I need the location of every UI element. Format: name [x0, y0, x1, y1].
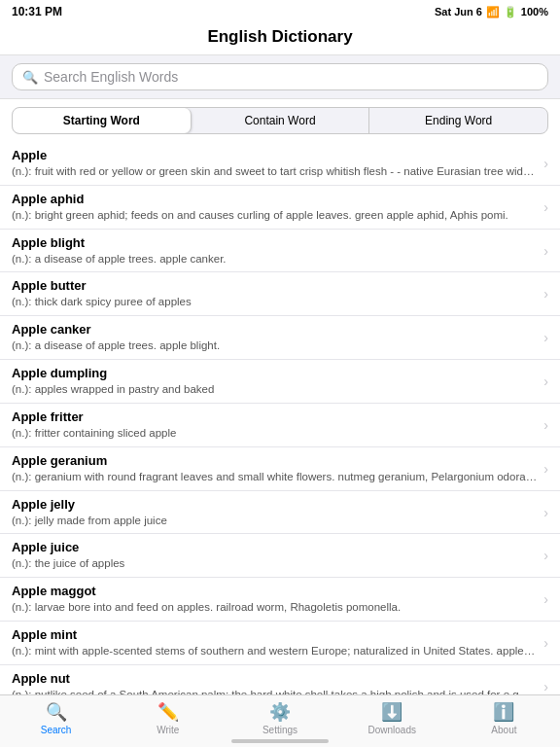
tab-about[interactable]: ℹ️ About [448, 701, 560, 735]
word-list-item[interactable]: Apple canker(n.): a disease of apple tre… [0, 316, 560, 360]
word-title: Apple jelly [12, 497, 538, 514]
word-list: Apple(n.): fruit with red or yellow or g… [0, 142, 560, 747]
settings-tab-icon: ⚙️ [269, 701, 291, 723]
word-list-item[interactable]: Apple blight(n.): a disease of apple tre… [0, 230, 560, 273]
word-title: Apple maggot [12, 584, 538, 600]
word-content: Apple fritter(n.): fritter containing sl… [12, 409, 538, 441]
tab-settings[interactable]: ⚙️ Settings [224, 701, 335, 735]
word-title: Apple aphid [12, 192, 538, 208]
chevron-right-icon: › [543, 591, 548, 607]
status-bar: 10:31 PM Sat Jun 6 📶 🔋 100% [0, 0, 560, 21]
search-icon: 🔍 [22, 70, 38, 85]
segment-starting-word[interactable]: Starting Word [13, 108, 192, 133]
word-content: Apple geranium(n.): geranium with round … [12, 453, 538, 484]
word-list-item[interactable]: Apple mint(n.): mint with apple-scented … [0, 622, 560, 665]
word-content: Apple mint(n.): mint with apple-scented … [12, 627, 538, 658]
word-list-item[interactable]: Apple fritter(n.): fritter containing sl… [0, 404, 560, 447]
tab-search[interactable]: 🔍 Search [0, 701, 112, 735]
downloads-tab-label: Downloads [368, 725, 415, 735]
word-title: Apple butter [12, 278, 538, 295]
word-content: Apple dumpling(n.): apples wrapped in pa… [12, 366, 538, 397]
segment-control: Starting Word Contain Word Ending Word [12, 107, 548, 134]
word-definition: (n.): jelly made from apple juice [12, 514, 538, 528]
status-date: Sat Jun 6 [435, 6, 482, 18]
search-tab-label: Search [41, 725, 72, 735]
word-definition: (n.): geranium with round fragrant leave… [12, 470, 538, 484]
chevron-right-icon: › [543, 635, 548, 651]
page-title: English Dictionary [0, 21, 560, 55]
word-content: Apple butter(n.): thick dark spicy puree… [12, 278, 538, 309]
status-time: 10:31 PM [12, 5, 62, 18]
word-content: Apple juice(n.): the juice of apples [12, 540, 538, 571]
word-list-item[interactable]: Apple maggot(n.): larvae bore into and f… [0, 578, 560, 622]
search-container: 🔍 Search English Words [0, 55, 560, 99]
word-title: Apple canker [12, 322, 538, 338]
chevron-right-icon: › [543, 374, 548, 389]
home-indicator [231, 739, 329, 743]
search-bar[interactable]: 🔍 Search English Words [12, 63, 548, 90]
segment-contain-word[interactable]: Contain Word [192, 108, 370, 133]
word-list-item[interactable]: Apple jelly(n.): jelly made from apple j… [0, 491, 560, 535]
word-definition: (n.): a disease of apple trees. apple ca… [12, 252, 538, 267]
chevron-right-icon: › [543, 286, 548, 302]
word-definition: (n.): mint with apple-scented stems of s… [12, 644, 538, 658]
settings-tab-label: Settings [262, 725, 298, 735]
battery-level: 100% [521, 6, 548, 18]
chevron-right-icon: › [543, 417, 548, 433]
word-title: Apple nut [12, 671, 538, 688]
word-definition: (n.): fritter containing sliced apple [12, 426, 538, 441]
word-definition: (n.): bright green aphid; feeds on and c… [12, 208, 538, 223]
tab-downloads[interactable]: ⬇️ Downloads [336, 701, 448, 735]
word-content: Apple jelly(n.): jelly made from apple j… [12, 497, 538, 528]
word-title: Apple geranium [12, 453, 538, 470]
wifi-icon: 📶 [486, 6, 500, 18]
about-tab-label: About [491, 725, 516, 735]
chevron-right-icon: › [543, 156, 548, 171]
word-definition: (n.): thick dark spicy puree of apples [12, 295, 538, 309]
chevron-right-icon: › [543, 461, 548, 477]
word-title: Apple dumpling [12, 366, 538, 382]
write-tab-icon: ✏️ [158, 701, 179, 723]
word-definition: (n.): the juice of apples [12, 556, 538, 571]
word-list-item[interactable]: Apple dumpling(n.): apples wrapped in pa… [0, 360, 560, 404]
chevron-right-icon: › [543, 243, 548, 259]
word-content: Apple blight(n.): a disease of apple tre… [12, 235, 538, 267]
chevron-right-icon: › [543, 679, 548, 694]
chevron-right-icon: › [543, 548, 548, 563]
status-right: Sat Jun 6 📶 🔋 100% [435, 6, 548, 18]
word-definition: (n.): larvae bore into and feed on apple… [12, 600, 538, 615]
word-content: Apple(n.): fruit with red or yellow or g… [12, 148, 538, 179]
word-title: Apple blight [12, 235, 538, 252]
segment-ending-word[interactable]: Ending Word [369, 108, 547, 133]
word-list-item[interactable]: Apple juice(n.): the juice of apples› [0, 534, 560, 578]
chevron-right-icon: › [543, 505, 548, 520]
word-list-item[interactable]: Apple butter(n.): thick dark spicy puree… [0, 272, 560, 316]
write-tab-label: Write [157, 725, 179, 735]
word-content: Apple maggot(n.): larvae bore into and f… [12, 584, 538, 615]
battery-icon: 🔋 [504, 6, 517, 18]
word-title: Apple juice [12, 540, 538, 556]
downloads-tab-icon: ⬇️ [381, 701, 402, 723]
word-content: Apple aphid(n.): bright green aphid; fee… [12, 192, 538, 223]
word-title: Apple mint [12, 627, 538, 644]
about-tab-icon: ℹ️ [493, 701, 514, 723]
word-list-item[interactable]: Apple(n.): fruit with red or yellow or g… [0, 142, 560, 186]
chevron-right-icon: › [543, 199, 548, 215]
word-content: Apple canker(n.): a disease of apple tre… [12, 322, 538, 353]
tab-write[interactable]: ✏️ Write [112, 701, 224, 735]
word-title: Apple [12, 148, 538, 164]
chevron-right-icon: › [543, 330, 548, 345]
search-tab-icon: 🔍 [46, 701, 67, 723]
word-definition: (n.): apples wrapped in pastry and baked [12, 382, 538, 397]
word-list-item[interactable]: Apple geranium(n.): geranium with round … [0, 447, 560, 491]
word-definition: (n.): a disease of apple trees. apple bl… [12, 338, 538, 353]
word-list-item[interactable]: Apple aphid(n.): bright green aphid; fee… [0, 186, 560, 230]
search-input[interactable]: Search English Words [44, 69, 178, 85]
word-definition: (n.): fruit with red or yellow or green … [12, 164, 538, 179]
word-title: Apple fritter [12, 409, 538, 426]
header-title-text: English Dictionary [207, 27, 352, 46]
